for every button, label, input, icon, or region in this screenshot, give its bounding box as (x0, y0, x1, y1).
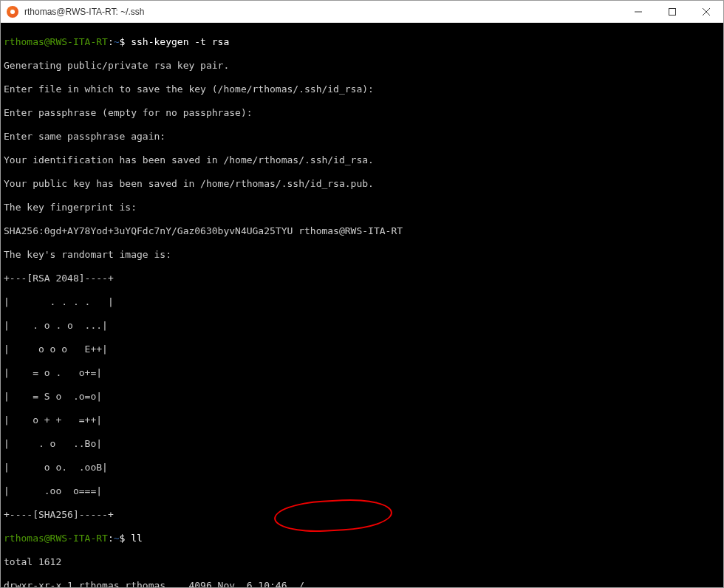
output-line: SHA256:0gd+AY78Yod+3uYQFdc7nY/Gaz0630byv… (4, 225, 720, 237)
randomart-line: | . o ..Bo| (4, 438, 720, 450)
output-line: The key fingerprint is: (4, 202, 720, 213)
randomart-line: | o o o E++| (4, 343, 720, 355)
svg-rect-1 (669, 8, 676, 15)
maximize-button[interactable] (655, 1, 689, 23)
output-line: Enter passphrase (empty for no passphras… (4, 107, 720, 119)
terminal-window: rthomas@RWS-ITA-RT: ~/.ssh rthomas@RWS-I… (0, 0, 724, 588)
prompt-path: ~ (114, 36, 120, 47)
prompt-line: rthomas@RWS-ITA-RT:~$ ll (4, 533, 720, 544)
randomart-line: | .oo o===| (4, 485, 720, 497)
output-line: total 1612 (4, 556, 720, 568)
titlebar[interactable]: rthomas@RWS-ITA-RT: ~/.ssh (1, 1, 723, 23)
output-line: Generating public/private rsa key pair. (4, 60, 720, 72)
window-controls (621, 1, 723, 23)
randomart-line: | = S o .o=o| (4, 391, 720, 403)
prompt-user: rthomas@RWS-ITA-RT (4, 36, 108, 47)
command-text: ll (131, 533, 143, 544)
maximize-icon (669, 8, 676, 16)
randomart-line: +----[SHA256]-----+ (4, 509, 720, 521)
output-line: Enter same passphrase again: (4, 131, 720, 143)
prompt-line: rthomas@RWS-ITA-RT:~$ ssh-keygen -t rsa (4, 36, 720, 48)
randomart-line: | = o . o+=| (4, 367, 720, 379)
minimize-button[interactable] (621, 1, 655, 23)
randomart-line: | o o. .ooB| (4, 462, 720, 474)
output-line: Your public key has been saved in /home/… (4, 178, 720, 190)
minimize-icon (635, 8, 642, 16)
command-text: ssh-keygen -t rsa (131, 36, 229, 47)
randomart-line: +---[RSA 2048]----+ (4, 273, 720, 284)
close-icon (703, 8, 710, 16)
output-line: Your identification has been saved in /h… (4, 154, 720, 166)
randomart-line: | o + + =++| (4, 414, 720, 426)
randomart-line: | . o . o ...| (4, 320, 720, 332)
terminal-body[interactable]: rthomas@RWS-ITA-RT:~$ ssh-keygen -t rsa … (1, 23, 723, 587)
window-title: rthomas@RWS-ITA-RT: ~/.ssh (24, 7, 621, 17)
randomart-line: | . . . . | (4, 296, 720, 308)
output-line: Enter file in which to save the key (/ho… (4, 83, 720, 95)
ubuntu-icon (7, 6, 18, 18)
close-button[interactable] (689, 1, 723, 23)
output-line: The key's randomart image is: (4, 249, 720, 261)
list-item: drwxr-xr-x 1 rthomas rthomas 4096 Nov 6 … (4, 580, 720, 587)
